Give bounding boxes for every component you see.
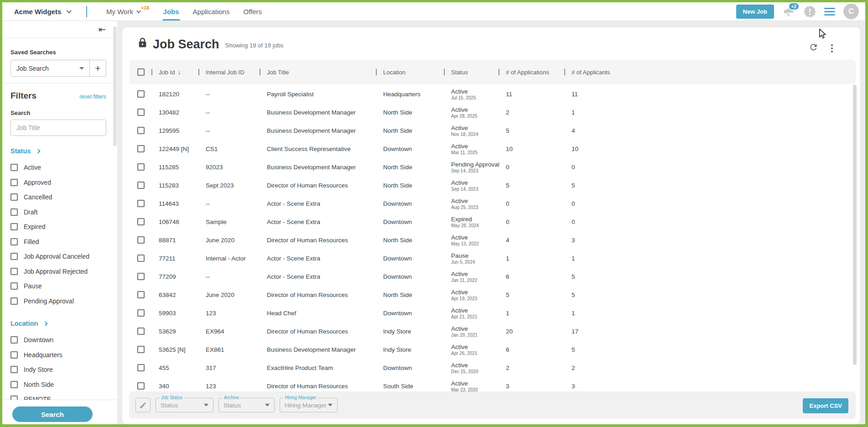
- collapse-sidebar-icon[interactable]: ⇤: [99, 25, 106, 35]
- filter-option-approved[interactable]: Approved: [10, 175, 106, 190]
- table-row[interactable]: 455 317 ExactHire Product Team Downtown …: [129, 359, 856, 377]
- row-checkbox[interactable]: [137, 328, 145, 335]
- export-csv-button[interactable]: Export CSV: [803, 398, 848, 413]
- filter-option-north-side[interactable]: North Side: [10, 377, 106, 392]
- filter-section-header[interactable]: Location: [10, 320, 106, 327]
- table-row[interactable]: 114643 -- Actor - Scene Extra Downtown A…: [129, 194, 856, 213]
- nav-tab-my-work[interactable]: My Work +16: [105, 2, 151, 21]
- select-all-checkbox[interactable]: [137, 68, 145, 76]
- table-row[interactable]: 63842 June 2020 Director of Human Resour…: [129, 286, 856, 304]
- announcements-button[interactable]: +2: [782, 5, 795, 18]
- row-checkbox[interactable]: [137, 163, 145, 171]
- row-checkbox[interactable]: [137, 346, 145, 353]
- filter-option-expired[interactable]: Expired: [10, 219, 106, 234]
- table-row[interactable]: 77211 Internal - Actor Actor - Scene Ext…: [129, 249, 856, 267]
- column-header-status[interactable]: Status: [444, 60, 499, 84]
- filter-option-job-approval-rejected[interactable]: Job Approval Rejected: [10, 264, 106, 279]
- filter-option-draft[interactable]: Draft: [10, 205, 106, 220]
- filter-checkbox[interactable]: [10, 297, 18, 305]
- filter-checkbox[interactable]: [10, 253, 18, 260]
- alerts-button[interactable]: [803, 5, 816, 18]
- hamburger-menu-icon[interactable]: [824, 8, 835, 16]
- table-row[interactable]: 122449 [N] CS1 Client Success Representa…: [129, 140, 856, 158]
- table-row[interactable]: 53629 EX964 Director of Human Resources …: [129, 322, 856, 340]
- column-header-of-applications[interactable]: # of Applications: [499, 60, 564, 84]
- filter-option-indy-store[interactable]: Indy Store: [10, 362, 106, 377]
- table-row[interactable]: 130482 -- Business Development Manager N…: [129, 103, 856, 121]
- bulk-edit-button[interactable]: [135, 398, 151, 412]
- table-row[interactable]: 182120 -- Payroll Specialist Headquarter…: [129, 85, 856, 103]
- add-saved-search-button[interactable]: +: [89, 60, 106, 76]
- filter-checkbox[interactable]: [10, 223, 18, 230]
- filter-option-downtown[interactable]: Downtown: [10, 333, 106, 348]
- table-row[interactable]: 59903 123 Head Chef Downtown Active Apr …: [129, 304, 856, 322]
- refresh-icon[interactable]: [809, 42, 818, 54]
- row-checkbox[interactable]: [137, 309, 145, 317]
- filter-checkbox[interactable]: [10, 366, 18, 373]
- column-header-job-title[interactable]: Job Title: [260, 60, 376, 84]
- filter-option-cancelled[interactable]: Cancelled: [10, 190, 106, 205]
- filter-checkbox[interactable]: [10, 179, 18, 186]
- sidebar-scrollbar[interactable]: [113, 26, 117, 146]
- saved-search-select[interactable]: Job Search: [11, 60, 89, 76]
- row-checkbox[interactable]: [137, 90, 145, 98]
- column-header-internal-job-id[interactable]: Internal Job ID: [198, 60, 260, 84]
- search-button[interactable]: Search: [12, 406, 93, 422]
- new-job-button[interactable]: New Job: [736, 5, 774, 19]
- cell-job-title: Actor - Scene Extra: [260, 194, 376, 213]
- row-checkbox[interactable]: [137, 364, 145, 371]
- row-checkbox[interactable]: [137, 382, 145, 390]
- table-row[interactable]: 77209 -- Actor - Scene Extra Downtown Ac…: [129, 267, 856, 286]
- kebab-menu-icon[interactable]: [830, 43, 834, 53]
- table-scrollbar[interactable]: [853, 85, 857, 365]
- row-checkbox[interactable]: [137, 127, 145, 134]
- filter-checkbox[interactable]: [10, 164, 18, 171]
- row-checkbox[interactable]: [137, 236, 145, 244]
- filter-section-header[interactable]: Status: [10, 147, 106, 155]
- nav-tab-applications[interactable]: Applications: [192, 2, 231, 21]
- row-checkbox[interactable]: [137, 291, 145, 298]
- filter-checkbox[interactable]: [10, 268, 18, 275]
- table-row[interactable]: 115283 Sept 2023 Director of Human Resou…: [129, 176, 856, 194]
- row-checkbox[interactable]: [137, 273, 145, 280]
- column-label: # of Applications: [506, 69, 549, 76]
- filter-option-remote[interactable]: REMOTE: [10, 392, 106, 400]
- table-row[interactable]: 115285 92023 Business Development Manage…: [129, 158, 856, 176]
- filter-checkbox[interactable]: [10, 351, 18, 359]
- filter-checkbox[interactable]: [10, 238, 18, 245]
- footer-select-hiring-manager[interactable]: Hiring Manager Hiring Manager: [280, 398, 338, 412]
- avatar[interactable]: C: [843, 4, 859, 19]
- table-row[interactable]: 88871 June 2020 Director of Human Resour…: [129, 231, 856, 249]
- filter-option-job-approval-canceled[interactable]: Job Approval Canceled: [10, 249, 106, 264]
- filter-checkbox[interactable]: [10, 208, 18, 216]
- filter-option-filled[interactable]: Filled: [10, 234, 106, 250]
- table-row[interactable]: 53625 [N] EX861 Business Development Man…: [129, 340, 856, 359]
- reset-filters-link[interactable]: reset filters: [79, 94, 106, 100]
- footer-select-job-status[interactable]: Job Status Status: [156, 398, 213, 412]
- nav-tab-jobs[interactable]: Jobs: [162, 2, 180, 21]
- column-header-of-applicants[interactable]: # of Applicants: [564, 60, 856, 84]
- row-checkbox[interactable]: [137, 200, 145, 207]
- column-header-job-id[interactable]: Job Id ↓: [151, 60, 198, 84]
- row-checkbox[interactable]: [137, 109, 145, 116]
- filter-checkbox[interactable]: [10, 396, 18, 400]
- column-header-location[interactable]: Location: [376, 60, 444, 84]
- filter-checkbox[interactable]: [10, 381, 18, 388]
- job-title-search-input[interactable]: [10, 120, 106, 136]
- footer-select-archive[interactable]: Archive Status: [218, 398, 275, 412]
- filter-checkbox[interactable]: [10, 282, 18, 290]
- row-checkbox[interactable]: [137, 255, 145, 262]
- filter-option-headquarters[interactable]: Headquarters: [10, 348, 106, 363]
- table-row[interactable]: 106746 Sample Actor - Scene Extra Downto…: [129, 213, 856, 231]
- table-row[interactable]: 129595 -- Business Development Manager N…: [129, 121, 856, 140]
- row-checkbox[interactable]: [137, 182, 145, 189]
- row-checkbox[interactable]: [137, 145, 145, 152]
- org-switcher[interactable]: Acme Widgets: [14, 2, 70, 21]
- row-checkbox[interactable]: [137, 218, 145, 225]
- filter-option-pause[interactable]: Pause: [10, 279, 106, 294]
- filter-checkbox[interactable]: [10, 193, 18, 201]
- nav-tab-offers[interactable]: Offers: [242, 2, 263, 21]
- filter-checkbox[interactable]: [10, 336, 18, 344]
- filter-option-pending-approval[interactable]: Pending Approval: [10, 294, 106, 309]
- filter-option-active[interactable]: Active: [10, 160, 106, 175]
